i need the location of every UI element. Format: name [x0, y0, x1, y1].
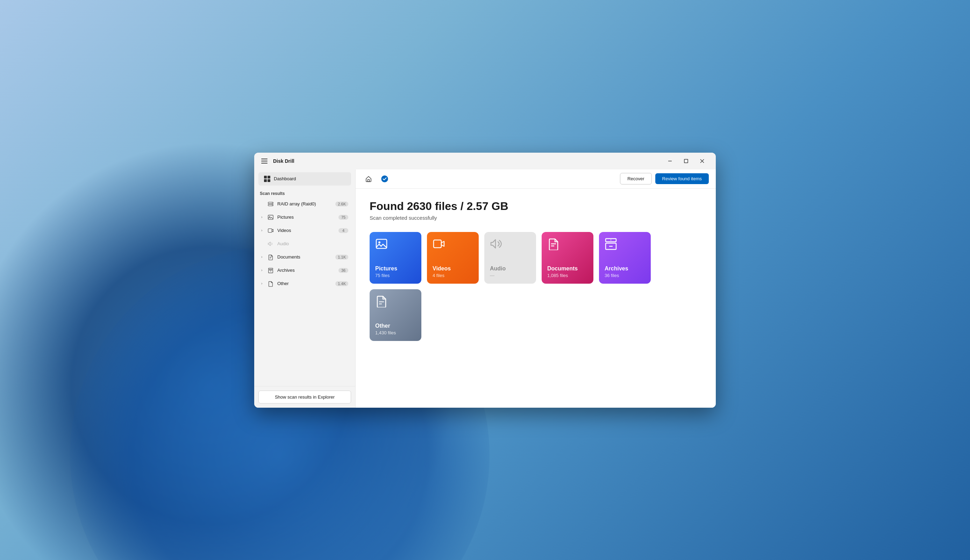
- audio-icon: [267, 240, 274, 248]
- dashboard-icon: [264, 176, 270, 182]
- top-nav: Recover Review found items: [356, 170, 716, 188]
- svg-point-7: [272, 205, 273, 205]
- nav-actions: Recover Review found items: [620, 173, 709, 185]
- hamburger-icon[interactable]: [260, 157, 269, 165]
- pictures-card-icon: [375, 238, 388, 252]
- other-card-icon: [375, 295, 388, 309]
- audio-card-name: Audio: [490, 265, 530, 272]
- title-bar-left: Disk Drill: [260, 157, 294, 165]
- category-card-archives[interactable]: Archives 36 files: [599, 232, 651, 284]
- sidebar-item-other-count: 1.4K: [335, 281, 348, 286]
- audio-card-icon: [490, 238, 502, 252]
- documents-card-icon: [547, 238, 560, 252]
- category-card-audio: Audio —: [484, 232, 536, 284]
- svg-rect-20: [433, 240, 441, 248]
- sidebar-item-dashboard[interactable]: Dashboard: [258, 172, 351, 185]
- title-bar-controls: [662, 155, 710, 167]
- videos-card-icon: [433, 238, 445, 252]
- pictures-card-name: Pictures: [375, 265, 416, 272]
- videos-card-count: 4 files: [433, 273, 473, 278]
- review-found-items-button[interactable]: Review found items: [655, 173, 709, 184]
- pictures-card-count: 75 files: [375, 273, 416, 278]
- check-icon: [381, 175, 388, 183]
- category-card-videos[interactable]: Videos 4 files: [427, 232, 479, 284]
- sidebar: Dashboard Scan results RAID array (Raid0…: [254, 170, 356, 408]
- svg-rect-18: [376, 239, 387, 248]
- sidebar-item-raid[interactable]: RAID array (Raid0) 2.6K: [256, 198, 354, 210]
- sidebar-section-label: Scan results: [254, 188, 355, 197]
- title-bar: Disk Drill: [254, 153, 716, 170]
- chevron-icon: ›: [261, 228, 267, 232]
- sidebar-item-pictures-label: Pictures: [277, 215, 338, 220]
- main-layout: Dashboard Scan results RAID array (Raid0…: [254, 170, 716, 408]
- sidebar-item-videos[interactable]: › Videos 4: [256, 224, 354, 237]
- show-explorer-button[interactable]: Show scan results in Explorer: [258, 390, 351, 403]
- svg-point-9: [269, 216, 270, 217]
- close-button[interactable]: [694, 155, 710, 167]
- maximize-button[interactable]: [678, 155, 694, 167]
- home-button[interactable]: [363, 173, 375, 185]
- category-card-documents[interactable]: Documents 1,085 files: [542, 232, 594, 284]
- minimize-button[interactable]: [662, 155, 678, 167]
- scan-success-label: Scan completed successfully: [370, 215, 702, 221]
- documents-card-name: Documents: [547, 265, 588, 272]
- dashboard-label: Dashboard: [274, 176, 296, 181]
- found-title: Found 2630 files / 2.57 GB: [370, 200, 702, 213]
- archives-card-count: 36 files: [605, 273, 645, 278]
- other-icon: [267, 280, 274, 288]
- sidebar-item-documents-count: 1.1K: [335, 255, 348, 260]
- videos-icon: [267, 227, 274, 234]
- content-area: Found 2630 files / 2.57 GB Scan complete…: [356, 188, 716, 408]
- audio-card-count: —: [490, 273, 530, 278]
- sidebar-item-pictures-count: 75: [338, 215, 348, 220]
- svg-point-17: [381, 176, 388, 182]
- svg-point-6: [272, 202, 273, 203]
- documents-icon: [267, 253, 274, 261]
- svg-rect-1: [684, 159, 688, 163]
- app-window: Disk Drill Dashboard Scan results: [254, 153, 716, 408]
- sidebar-footer: Show scan results in Explorer: [254, 386, 355, 408]
- svg-rect-14: [269, 270, 273, 273]
- sidebar-item-audio-label: Audio: [277, 241, 348, 246]
- sidebar-item-audio: Audio: [256, 238, 354, 250]
- sidebar-item-archives-count: 36: [338, 268, 348, 273]
- category-card-pictures[interactable]: Pictures 75 files: [370, 232, 421, 284]
- other-card-count: 1,430 files: [375, 330, 416, 335]
- chevron-icon: ›: [261, 255, 267, 259]
- category-cards: Pictures 75 files Videos 4 files: [370, 232, 702, 341]
- documents-card-count: 1,085 files: [547, 273, 588, 278]
- archives-icon: [267, 267, 274, 274]
- check-button[interactable]: [379, 173, 391, 185]
- svg-rect-10: [268, 228, 272, 232]
- pictures-icon: [267, 213, 274, 221]
- recover-button[interactable]: Recover: [620, 173, 651, 185]
- videos-card-name: Videos: [433, 265, 473, 272]
- sidebar-item-pictures[interactable]: › Pictures 75: [256, 211, 354, 223]
- chevron-icon: ›: [261, 282, 267, 285]
- chevron-icon: ›: [261, 215, 267, 219]
- home-icon: [365, 175, 372, 182]
- raid-icon: [267, 200, 274, 208]
- right-panel: Recover Review found items Found 2630 fi…: [356, 170, 716, 408]
- sidebar-item-videos-label: Videos: [277, 228, 338, 233]
- sidebar-item-videos-count: 4: [338, 228, 348, 233]
- archives-card-icon: [605, 238, 617, 252]
- svg-rect-8: [268, 215, 273, 219]
- sidebar-item-archives[interactable]: › Archives 36: [256, 264, 354, 277]
- sidebar-item-other-label: Other: [277, 281, 335, 286]
- sidebar-item-other[interactable]: › Other 1.4K: [256, 277, 354, 290]
- app-title: Disk Drill: [273, 158, 294, 164]
- svg-rect-16: [368, 180, 370, 182]
- sidebar-item-documents[interactable]: › Documents 1.1K: [256, 251, 354, 263]
- svg-rect-13: [269, 268, 273, 269]
- sidebar-item-archives-label: Archives: [277, 268, 338, 273]
- category-card-other[interactable]: Other 1,430 files: [370, 289, 421, 341]
- sidebar-item-raid-count: 2.6K: [335, 202, 348, 207]
- svg-point-19: [378, 242, 380, 243]
- archives-card-name: Archives: [605, 265, 645, 272]
- chevron-icon: ›: [261, 268, 267, 272]
- sidebar-item-raid-label: RAID array (Raid0): [277, 201, 335, 207]
- other-card-name: Other: [375, 322, 416, 329]
- sidebar-item-documents-label: Documents: [277, 254, 335, 260]
